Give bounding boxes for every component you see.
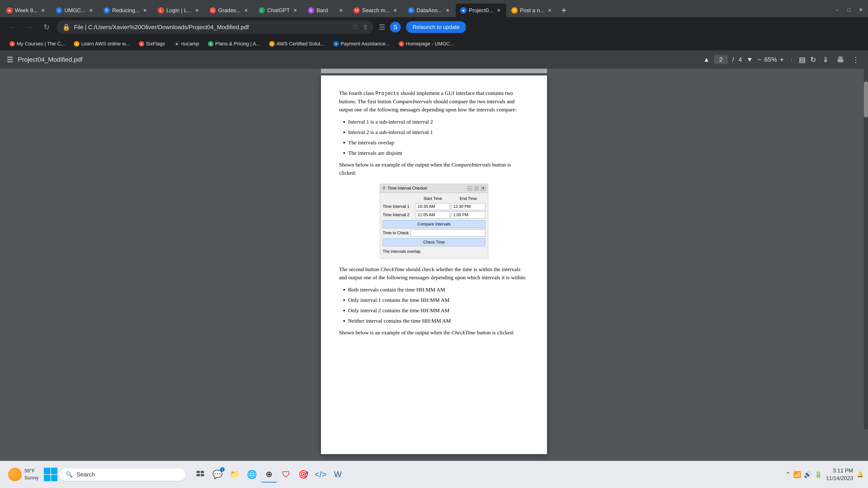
teams-button[interactable]: 💬 1 xyxy=(209,466,225,483)
print-button[interactable]: 🖶 xyxy=(835,54,846,66)
network-icon[interactable]: 📶 xyxy=(793,471,801,478)
notification-center-button[interactable]: 🔔 xyxy=(857,471,864,478)
interval1-start-input[interactable] xyxy=(416,203,450,210)
tab-close-search_mail[interactable]: ✕ xyxy=(392,7,399,13)
tab-search_mail[interactable]: M Search m... ✕ xyxy=(349,4,403,17)
fit-page-button[interactable]: ▤ xyxy=(799,55,806,64)
volume-icon[interactable]: 🔊 xyxy=(804,471,812,478)
bookmark-favicon-6: ● xyxy=(333,41,339,46)
task-view-button[interactable] xyxy=(192,466,209,483)
tab-close-bard[interactable]: ✕ xyxy=(338,7,344,13)
tab-project0[interactable]: ● Project0... ✕ xyxy=(456,4,506,17)
new-tab-button[interactable]: + xyxy=(558,4,570,17)
chrome-browser-button[interactable]: ⊕ xyxy=(261,466,277,483)
check-time-button[interactable]: Check Time xyxy=(383,238,485,246)
scrollbar-thumb[interactable] xyxy=(864,81,868,118)
bookmark-item-2[interactable]: ● SixFlags xyxy=(135,39,169,48)
tab-favicon-login: L xyxy=(158,7,164,13)
tab-close-chatgpt[interactable]: ✕ xyxy=(292,7,298,13)
widget-close-button[interactable]: ✕ xyxy=(481,186,486,191)
tab-grades[interactable]: G Grades... ✕ xyxy=(205,4,254,17)
file-explorer-button[interactable]: 📁 xyxy=(226,466,243,483)
tab-reducing[interactable]: R Reducing... ✕ xyxy=(99,4,153,17)
show-hidden-icons-button[interactable]: ⌃ xyxy=(785,471,790,478)
bookmark-item-7[interactable]: ● Homepage - UMGC... xyxy=(395,39,458,48)
reload-button[interactable]: ↻ xyxy=(40,20,53,34)
mcafee-button[interactable]: 🛡 xyxy=(278,466,294,483)
address-bar[interactable]: 🔒 File | C:/Users/Xavier%20Oliver/Downlo… xyxy=(57,20,373,34)
more-options-button[interactable]: ⋮ xyxy=(850,54,861,66)
bookmark-favicon-3: ● xyxy=(174,41,180,46)
windows-start-button[interactable] xyxy=(44,468,57,481)
current-time: 3:11 PM xyxy=(826,467,853,475)
extensions-icon[interactable]: ☰ xyxy=(379,23,385,31)
para2-text: The second button CheckTime should check… xyxy=(339,265,529,282)
tab-week8[interactable]: ● Week 8... ✕ xyxy=(2,4,51,17)
interval1-end-input[interactable] xyxy=(451,203,485,210)
tab-chatgpt[interactable]: C ChatGPT ✕ xyxy=(254,4,303,17)
compare-intervals-button[interactable]: Compare Intervals xyxy=(383,220,485,228)
relaunch-button[interactable]: Relaunch to update xyxy=(406,21,466,33)
interval2-end-input[interactable] xyxy=(451,212,485,219)
tab-label-search_mail: Search m... xyxy=(362,7,390,13)
toolbar-icons: ☰ S xyxy=(379,22,401,33)
tab-close-project0[interactable]: ✕ xyxy=(495,7,502,13)
search-text: Search xyxy=(76,471,95,478)
bullet-list-check: Both intervals contain the time HH:MM AM… xyxy=(348,286,529,325)
pinwheel-button[interactable]: 🎯 xyxy=(295,466,311,483)
tab-close-reducing[interactable]: ✕ xyxy=(142,7,148,13)
bookmark-item-0[interactable]: ● My Courses | The C... xyxy=(5,39,69,48)
bullet-item-8: Neither interval contains the time HH:MM… xyxy=(348,317,529,325)
page-number-input[interactable] xyxy=(714,55,727,64)
shown-below-compare: Shown below is an example of the output … xyxy=(339,161,529,177)
prev-page-button[interactable]: ▲ xyxy=(704,56,710,63)
tab-close-post[interactable]: ✕ xyxy=(547,7,553,13)
bookmark-label-5: AWS Certified Solut... xyxy=(276,41,324,47)
tab-close-login[interactable]: ✕ xyxy=(194,7,200,13)
battery-icon[interactable]: 🔋 xyxy=(814,471,822,478)
bookmark-item-5[interactable]: ● AWS Certified Solut... xyxy=(265,39,329,48)
tab-label-bard: Bard xyxy=(316,7,328,13)
back-button[interactable]: ← xyxy=(5,20,19,34)
interval2-start-input[interactable] xyxy=(416,212,450,219)
tab-favicon-umgc: U xyxy=(56,7,62,13)
minimize-button[interactable]: – xyxy=(832,4,843,15)
time-to-check-input[interactable] xyxy=(410,230,485,236)
weather-condition: Sunny xyxy=(24,475,38,482)
tab-dataann[interactable]: D DataAnn... ✕ xyxy=(403,4,455,17)
tab-favicon-week8: ● xyxy=(6,7,13,13)
tab-close-grades[interactable]: ✕ xyxy=(243,7,249,13)
zoom-in-button[interactable]: + xyxy=(780,56,784,64)
share-icon[interactable]: ⇧ xyxy=(363,24,368,31)
bookmark-item-4[interactable]: ● Plans & Pricing | A... xyxy=(204,39,264,48)
word-button[interactable]: W xyxy=(330,466,346,483)
tab-login[interactable]: L Login | L... ✕ xyxy=(153,4,205,17)
download-button[interactable]: ⇓ xyxy=(821,54,831,66)
edge-browser-button[interactable]: 🌐 xyxy=(244,466,260,483)
taskbar-right: ⌃ 📶 🔊 🔋 3:11 PM 11/14/2023 🔔 xyxy=(785,467,864,482)
tab-close-umgc[interactable]: ✕ xyxy=(88,7,94,13)
tab-post[interactable]: P Post a n... ✕ xyxy=(507,4,557,17)
next-page-button[interactable]: ▼ xyxy=(747,56,753,63)
close-button[interactable]: ✕ xyxy=(855,4,866,15)
maximize-button[interactable]: □ xyxy=(844,4,855,15)
zoom-out-button[interactable]: − xyxy=(757,56,762,64)
tab-umgc[interactable]: U UMGC... ✕ xyxy=(51,4,98,17)
bookmark-item-3[interactable]: ● nucamp xyxy=(170,39,203,48)
taskbar-clock[interactable]: 3:11 PM 11/14/2023 xyxy=(826,467,853,482)
vscode-button[interactable]: </> xyxy=(312,466,329,483)
taskbar-search-bar[interactable]: 🔍 Search xyxy=(59,468,186,481)
rotate-button[interactable]: ↻ xyxy=(810,55,816,64)
bookmark-favicon-2: ● xyxy=(139,41,144,46)
widget-maximize-button[interactable]: □ xyxy=(474,186,479,191)
sidebar-toggle-button[interactable]: ☰ xyxy=(7,55,13,64)
tab-bard[interactable]: B Bard ✕ xyxy=(303,4,348,17)
bookmark-item-1[interactable]: ● Learn AWS online w... xyxy=(70,39,133,48)
bookmark-item-6[interactable]: ● Payment Assistance... xyxy=(329,39,394,48)
widget-minimize-button[interactable]: – xyxy=(467,186,472,191)
forward-button[interactable]: → xyxy=(23,20,36,34)
tab-close-week8[interactable]: ✕ xyxy=(40,7,46,13)
tab-close-dataann[interactable]: ✕ xyxy=(444,7,451,13)
profile-icon[interactable]: S xyxy=(390,22,401,33)
star-icon[interactable]: ♡ xyxy=(352,24,358,31)
